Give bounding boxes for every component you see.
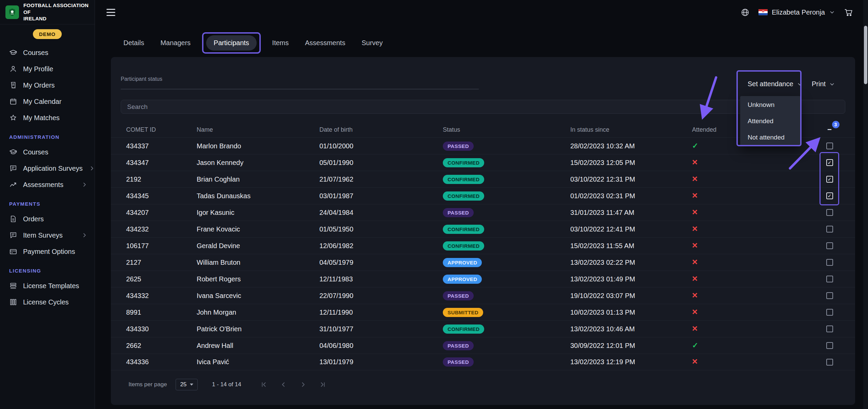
menu-item-attended[interactable]: Attended <box>740 113 801 129</box>
table-body: 434337Marlon Brando01/10/2000PASSED28/02… <box>111 137 855 370</box>
selected-count-badge: 3 <box>832 121 840 128</box>
pagination-prev-button[interactable] <box>280 381 287 388</box>
row-checkbox[interactable] <box>826 242 833 249</box>
pagination-first-button[interactable] <box>260 381 268 388</box>
row-checkbox[interactable] <box>826 292 833 299</box>
cap-icon <box>9 148 17 156</box>
row-checkbox[interactable] <box>826 309 833 316</box>
status-badge: PASSED <box>443 208 474 217</box>
cell-attended: × <box>692 275 804 283</box>
menu-icon[interactable] <box>106 9 115 16</box>
table-row[interactable]: 434207Igor Kasunic24/04/1984PASSED31/01/… <box>111 204 855 221</box>
table-row[interactable]: 2625Robert Rogers12/11/1983APPROVED13/02… <box>111 271 855 287</box>
pagination-last-button[interactable] <box>319 381 327 388</box>
chevron-right-icon <box>88 165 95 172</box>
scrollbar-thumb[interactable] <box>864 26 867 84</box>
menu-item-unknown[interactable]: Unknown <box>740 97 801 113</box>
sidebar-item-payment-options[interactable]: Payment Options <box>0 243 95 260</box>
table-row[interactable]: 434332Ivana Sarcevic22/07/1990PASSED19/1… <box>111 287 855 304</box>
print-button[interactable]: Print <box>812 80 835 88</box>
not-attended-x-icon: × <box>692 190 697 201</box>
cell-status: APPROVED <box>443 275 570 284</box>
table-row[interactable]: 8991John Morgan12/11/1990SUBMITTED10/02/… <box>111 304 855 320</box>
table-row[interactable]: 434330Patrick O'Brien31/10/1977CONFIRMED… <box>111 320 855 337</box>
row-checkbox[interactable]: ✓ <box>826 176 833 183</box>
main-area: Elizabeta Peronja DetailsManagersPartici… <box>95 0 868 409</box>
sidebar-item-courses[interactable]: Courses <box>0 144 95 160</box>
table-row[interactable]: 2127William Bruton04/05/1979APPROVED13/0… <box>111 254 855 271</box>
table-row[interactable]: 2662Andrew Hall04/06/1980PASSED30/09/202… <box>111 337 855 354</box>
sidebar-item-license-templates[interactable]: License Templates <box>0 278 95 294</box>
cell-select <box>804 359 855 366</box>
language-globe-button[interactable] <box>741 8 750 17</box>
set-attendance-button[interactable]: Set attendance <box>748 80 803 88</box>
search-input[interactable] <box>121 103 845 111</box>
row-checkbox[interactable] <box>826 326 833 332</box>
items-per-page-select[interactable]: 25 <box>176 379 198 390</box>
status-badge: APPROVED <box>443 258 482 267</box>
tab-participants[interactable]: Participants <box>206 35 257 51</box>
cell-name: Ivana Sarcevic <box>197 292 319 300</box>
sidebar-item-orders[interactable]: Orders <box>0 211 95 227</box>
table-row[interactable]: 434336Ivica Pavić13/01/1979PASSED13/02/2… <box>111 354 855 370</box>
table-row[interactable]: 106177Gerald Devine12/06/1982CONFIRMED15… <box>111 237 855 254</box>
pagination-next-button[interactable] <box>299 381 307 388</box>
row-checkbox[interactable] <box>826 359 833 366</box>
sidebar-item-courses[interactable]: Courses <box>0 44 95 61</box>
cart-button[interactable] <box>844 8 853 17</box>
status-badge: CONFIRMED <box>443 324 484 334</box>
cell-attended: × <box>692 175 804 184</box>
tab-items[interactable]: Items <box>272 36 290 50</box>
chart-icon <box>9 181 17 189</box>
app-window: FOOTBALL ASSOCIATION OF IRELAND DEMO Cou… <box>0 0 868 409</box>
row-checkbox[interactable] <box>826 143 833 149</box>
sidebar-item-assessments[interactable]: Assessments <box>0 176 95 193</box>
cell-dob: 12/11/1983 <box>319 275 443 283</box>
cell-dob: 01/05/1950 <box>319 225 443 233</box>
row-checkbox[interactable]: ✓ <box>826 192 833 199</box>
cell-status: PASSED <box>443 341 570 350</box>
sidebar-item-my-matches[interactable]: My Matches <box>0 110 95 126</box>
receipt-icon <box>9 81 17 89</box>
table-row[interactable]: 434347Jason Kennedy05/01/1990CONFIRMED15… <box>111 154 855 171</box>
cell-attended: × <box>692 242 804 250</box>
pagination-range: 1 - 14 of 14 <box>212 381 241 388</box>
tab-details[interactable]: Details <box>123 36 145 50</box>
participant-status-select[interactable]: Participant status <box>121 76 479 89</box>
table-row[interactable]: 434232Frane Kovacic01/05/1950CONFIRMED03… <box>111 221 855 237</box>
row-checkbox[interactable] <box>826 276 833 282</box>
not-attended-x-icon: × <box>692 290 697 300</box>
tab-survey[interactable]: Survey <box>361 36 383 50</box>
cell-since: 31/01/2023 11:47 AM <box>570 209 692 217</box>
card-icon <box>9 247 17 256</box>
row-checkbox[interactable] <box>826 342 833 349</box>
select-all-checkbox[interactable]: − 3 <box>826 125 833 134</box>
not-attended-x-icon: × <box>692 173 697 184</box>
participant-status-underline <box>121 86 479 89</box>
tab-managers[interactable]: Managers <box>160 36 191 50</box>
user-menu[interactable]: Elizabeta Peronja <box>758 8 835 16</box>
cell-status: PASSED <box>443 357 570 367</box>
row-checkbox[interactable]: ✓ <box>826 159 833 166</box>
tab-assessments[interactable]: Assessments <box>304 36 346 50</box>
row-checkbox[interactable] <box>826 226 833 233</box>
sidebar-item-application-surveys[interactable]: Application Surveys <box>0 160 95 176</box>
table-row[interactable]: 2192Brian Coghlan21/07/1962CONFIRMED03/1… <box>111 171 855 187</box>
cell-comet-id: 434337 <box>126 142 197 150</box>
not-attended-x-icon: × <box>692 223 697 234</box>
sidebar-item-my-calendar[interactable]: My Calendar <box>0 93 95 110</box>
fai-logo <box>5 5 19 19</box>
row-checkbox[interactable] <box>826 259 833 266</box>
menu-item-not-attended[interactable]: Not attended <box>740 129 801 146</box>
sidebar-item-my-profile[interactable]: My Profile <box>0 61 95 77</box>
cell-name: Robert Rogers <box>197 275 319 283</box>
row-checkbox[interactable] <box>826 209 833 216</box>
cell-comet-id: 434207 <box>126 209 197 217</box>
items-per-page-value: 25 <box>180 381 186 388</box>
status-badge: PASSED <box>443 341 474 350</box>
sidebar-item-my-orders[interactable]: My Orders <box>0 77 95 93</box>
status-badge: SUBMITTED <box>443 308 483 317</box>
sidebar-item-item-surveys[interactable]: Item Surveys <box>0 227 95 243</box>
table-row[interactable]: 434345Tadas Dunauskas03/01/1987CONFIRMED… <box>111 187 855 204</box>
sidebar-item-license-cycles[interactable]: License Cycles <box>0 294 95 310</box>
